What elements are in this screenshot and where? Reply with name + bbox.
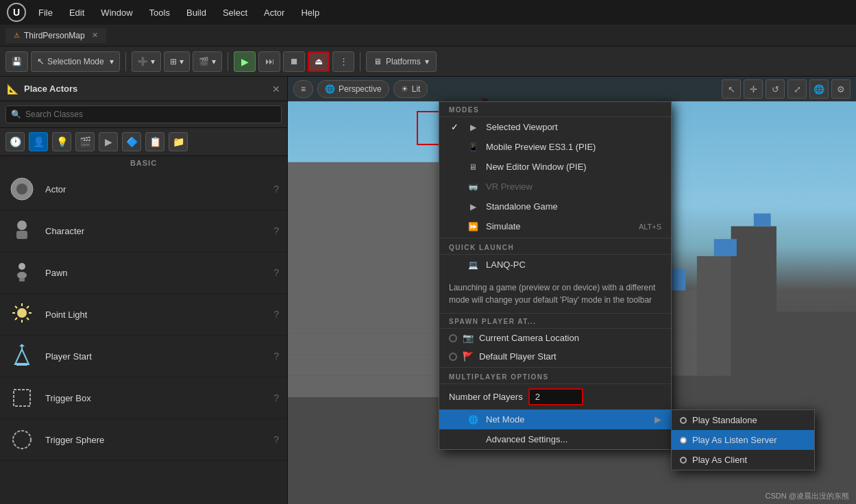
check-icon: ✓ (449, 122, 460, 132)
tab-thirdpersonmap[interactable]: ⚠ ThirdPersonMap ✕ (5, 28, 106, 43)
list-item[interactable]: Point Light ? (0, 294, 287, 336)
actor-help-triggersphere[interactable]: ? (273, 434, 279, 445)
hamburger-icon: ≡ (301, 84, 306, 94)
viewport-perspective-button[interactable]: 🌐 Perspective (317, 80, 389, 98)
tab-warning-icon: ⚠ (14, 32, 20, 39)
viewport-lit-button[interactable]: ☀ Lit (393, 80, 428, 98)
skip-icon: ⏭ (265, 56, 274, 66)
viewport-move-icon-btn[interactable]: ✛ (744, 79, 763, 99)
menu-file[interactable]: File (36, 6, 56, 19)
add-dropdown-icon: ▾ (151, 57, 155, 66)
platforms-button[interactable]: 🖥 Platforms ▾ (366, 51, 437, 72)
client-radio (680, 457, 687, 464)
search-input[interactable] (5, 105, 282, 123)
dropdown-mobile-preview[interactable]: 📱 Mobile Preview ES3.1 (PIE) (439, 137, 671, 157)
snap-button[interactable]: ⊞ ▾ (164, 51, 190, 72)
dropdown-selected-viewport[interactable]: ✓ ▶ Selected Viewport (439, 117, 671, 137)
viewport-hamburger-button[interactable]: ≡ (293, 80, 313, 98)
dropdown-advanced-settings[interactable]: Advanced Settings... (439, 429, 671, 449)
icon-tab-basic[interactable]: 👤 (29, 132, 48, 151)
list-item[interactable]: Trigger Sphere ? (0, 419, 287, 461)
viewport-expand-icon-btn[interactable]: ⤢ (787, 79, 807, 99)
play-button[interactable]: ▶ (234, 51, 256, 72)
num-players-input[interactable] (528, 388, 583, 405)
menu-build[interactable]: Build (184, 6, 209, 19)
selection-mode-button[interactable]: ↖ Selection Mode ▾ (31, 51, 120, 72)
spawn-camera-radio (449, 334, 457, 342)
icons-row: 🕐 👤 💡 🎬 ▶ 🔷 📋 📁 (0, 128, 287, 156)
viewport-globe-icon-btn[interactable]: 🌐 (809, 79, 829, 99)
cinematic-icon: 🎬 (199, 57, 209, 66)
spawn-default-player-start[interactable]: 🚩 Default Player Start (439, 347, 671, 366)
list-item[interactable]: Actor ? (0, 168, 287, 210)
icon-tab-recent[interactable]: 🕐 (5, 132, 25, 151)
menu-actor[interactable]: Actor (261, 6, 287, 19)
actor-help-playerstart[interactable]: ? (273, 351, 279, 362)
menu-tools[interactable]: Tools (147, 6, 173, 19)
icon-tab-visual[interactable]: ▶ (99, 132, 118, 151)
tab-label: ThirdPersonMap (24, 31, 85, 40)
svg-line-17 (15, 318, 17, 320)
selection-mode-dropdown-icon: ▾ (110, 57, 114, 66)
icon-tab-geometry[interactable]: 🔷 (122, 132, 141, 151)
menu-bar: File Edit Window Tools Build Select Acto… (36, 6, 322, 19)
dropdown-lanq-pc[interactable]: 💻 LANQ-PC (439, 255, 671, 275)
quick-launch-section-label: QUICK LAUNCH (439, 240, 671, 255)
actor-name-triggerbox: Trigger Box (45, 393, 264, 403)
menu-select[interactable]: Select (220, 6, 250, 19)
svg-rect-30 (714, 239, 737, 256)
viewport-refresh-icon-btn[interactable]: ↺ (766, 79, 785, 99)
section-label-basic: BASIC (0, 156, 287, 168)
cinematic-button[interactable]: 🎬 ▾ (193, 51, 222, 72)
list-item[interactable]: Pawn ? (0, 252, 287, 294)
actor-help-actor[interactable]: ? (273, 184, 279, 194)
stop-button[interactable]: ⏹ (283, 51, 305, 72)
more-play-button[interactable]: ⋮ (332, 51, 354, 72)
icon-tab-lights[interactable]: 💡 (52, 132, 71, 151)
playerstart-icon: 🚩 (463, 351, 474, 362)
dropdown-standalone-game[interactable]: ▶ Standalone Game (439, 197, 671, 216)
perspective-icon: 🌐 (325, 84, 335, 94)
spawn-current-camera[interactable]: 📷 Current Camera Location (439, 329, 671, 347)
eject-button[interactable]: ⏏ (308, 51, 330, 72)
toolbar: 💾 ↖ Selection Mode ▾ ➕ ▾ ⊞ ▾ 🎬 ▾ ▶ ⏭ ⏹ ⏏… (0, 47, 856, 77)
viewport-settings-icon-btn[interactable]: ⚙ (831, 79, 851, 99)
dropdown-net-mode[interactable]: 🌐 Net Mode ▶ Play Standalone Play As Lis… (439, 410, 671, 429)
cinematic-dropdown-icon: ▾ (212, 57, 216, 66)
add-icon: ➕ (138, 57, 148, 66)
svg-line-14 (15, 306, 17, 308)
dropdown-simulate[interactable]: ⏩ Simulate ALT+S (439, 216, 671, 236)
svg-rect-8 (19, 278, 25, 281)
actor-help-pointlight[interactable]: ? (273, 309, 279, 320)
list-item[interactable]: Player Start ? (0, 336, 287, 377)
menu-help[interactable]: Help (298, 6, 322, 19)
simulate-icon: ⏩ (467, 222, 479, 231)
panel-close-button[interactable]: ✕ (272, 84, 280, 94)
menu-edit[interactable]: Edit (66, 6, 87, 19)
actor-help-triggerbox[interactable]: ? (273, 392, 279, 403)
submenu-play-listen-server[interactable]: Play As Listen Server (672, 430, 814, 450)
svg-point-6 (19, 263, 25, 270)
platforms-icon: 🖥 (374, 57, 382, 66)
skip-button[interactable]: ⏭ (258, 51, 280, 72)
list-item[interactable]: Trigger Box ? (0, 377, 287, 419)
menu-window[interactable]: Window (98, 6, 135, 19)
icon-tab-all[interactable]: 📁 (169, 132, 188, 151)
viewport-cursor-icon-btn[interactable]: ↖ (722, 79, 741, 99)
dropdown-new-editor-window[interactable]: 🖥 New Editor Window (PIE) (439, 157, 671, 177)
tab-close-icon[interactable]: ✕ (92, 31, 98, 40)
add-button[interactable]: ➕ ▾ (132, 51, 161, 72)
save-button[interactable]: 💾 (5, 51, 28, 72)
submenu-play-as-client[interactable]: Play As Client (672, 450, 814, 470)
actor-help-character[interactable]: ? (273, 225, 279, 236)
divider-1 (439, 238, 671, 238)
icon-tab-volumes[interactable]: 📋 (145, 132, 164, 151)
svg-rect-22 (14, 390, 30, 406)
actor-help-pawn[interactable]: ? (273, 267, 279, 278)
svg-point-3 (16, 184, 27, 194)
submenu-play-standalone[interactable]: Play Standalone (672, 410, 814, 430)
list-item[interactable]: Character ? (0, 210, 287, 252)
quick-launch-label: LANQ-PC (486, 260, 526, 270)
icon-tab-cinematic[interactable]: 🎬 (75, 132, 95, 151)
camera-icon: 📷 (463, 333, 474, 343)
